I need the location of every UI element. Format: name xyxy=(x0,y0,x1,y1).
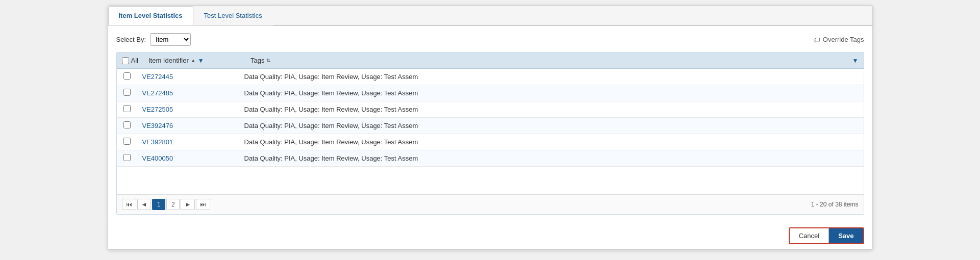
row-checkbox-cell xyxy=(117,150,137,167)
row-checkbox[interactable] xyxy=(123,89,131,96)
items-count: 1 - 20 of 38 items xyxy=(811,201,859,208)
table-row: VE392801 Data Quality: PIA, Usage: Item … xyxy=(117,134,864,150)
table-row: VE400050 Data Quality: PIA, Usage: Item … xyxy=(117,150,864,167)
row-checkbox-cell xyxy=(117,118,137,134)
row-checkbox[interactable] xyxy=(123,121,131,128)
table-row: VE392476 Data Quality: PIA, Usage: Item … xyxy=(117,118,864,134)
select-by-left: Select By: Item Test xyxy=(116,33,191,46)
th-tags-label: Tags xyxy=(250,57,264,64)
tab-item-label: Item Level Statistics xyxy=(119,12,183,19)
row-identifier: VE272505 xyxy=(137,101,239,118)
row-checkbox[interactable] xyxy=(123,154,131,161)
table-header-row: All Item Identifier ▲ ▼ xyxy=(117,53,864,69)
pagination-row: ⏮ ◄ 1 2 ► ⏭ 1 - 20 of 38 items xyxy=(117,194,864,214)
select-by-label: Select By: xyxy=(116,36,146,43)
row-tags: Data Quality: PIA, Usage: Item Review, U… xyxy=(239,150,864,167)
select-by-row: Select By: Item Test 🏷 Override Tags xyxy=(116,33,864,46)
tag-icon: 🏷 xyxy=(813,36,820,44)
row-checkbox-cell xyxy=(117,134,137,150)
row-identifier: VE272445 xyxy=(137,69,239,85)
tags-sort-icon[interactable]: ⇅ xyxy=(266,58,270,63)
th-tags: Tags ⇅ ▼ xyxy=(245,53,864,69)
row-identifier: VE392801 xyxy=(137,134,239,150)
page-2-btn[interactable]: 2 xyxy=(166,199,180,210)
tab-test-level-statistics[interactable]: Test Level Statistics xyxy=(193,6,273,25)
th-item-identifier: Item Identifier ▲ ▼ xyxy=(143,53,245,69)
select-by-dropdown[interactable]: Item Test xyxy=(150,33,191,46)
override-tags-label: Override Tags xyxy=(823,36,864,43)
cancel-button[interactable]: Cancel xyxy=(790,228,829,243)
override-tags-button[interactable]: 🏷 Override Tags xyxy=(813,36,864,44)
table-row: VE272445 Data Quality: PIA, Usage: Item … xyxy=(117,69,864,85)
footer-buttons-wrapper: Cancel Save xyxy=(789,227,864,244)
table-scroll: VE272445 Data Quality: PIA, Usage: Item … xyxy=(117,69,864,194)
content-area: Select By: Item Test 🏷 Override Tags xyxy=(108,26,872,222)
page-prev-btn[interactable]: ◄ xyxy=(137,199,152,210)
row-checkbox[interactable] xyxy=(123,105,131,112)
tags-filter-icon[interactable]: ▼ xyxy=(852,57,859,64)
row-tags: Data Quality: PIA, Usage: Item Review, U… xyxy=(239,118,864,134)
select-all-checkbox[interactable] xyxy=(122,57,129,64)
tab-test-label: Test Level Statistics xyxy=(204,12,262,19)
table-row: VE272485 Data Quality: PIA, Usage: Item … xyxy=(117,85,864,101)
row-checkbox[interactable] xyxy=(123,72,131,80)
tabs-bar: Item Level Statistics Test Level Statist… xyxy=(108,6,872,26)
row-tags: Data Quality: PIA, Usage: Item Review, U… xyxy=(239,85,864,101)
save-button[interactable]: Save xyxy=(829,228,863,243)
page-first-btn[interactable]: ⏮ xyxy=(122,199,136,210)
row-identifier: VE272485 xyxy=(137,85,239,101)
row-checkbox-cell xyxy=(117,69,137,85)
th-identifier-label: Item Identifier xyxy=(148,57,189,64)
row-checkbox-cell xyxy=(117,101,137,118)
row-tags: Data Quality: PIA, Usage: Item Review, U… xyxy=(239,69,864,85)
th-all-label: All xyxy=(131,57,138,64)
items-table-body: VE272445 Data Quality: PIA, Usage: Item … xyxy=(117,69,864,167)
row-identifier: VE392476 xyxy=(137,118,239,134)
row-tags: Data Quality: PIA, Usage: Item Review, U… xyxy=(239,101,864,118)
items-table: All Item Identifier ▲ ▼ xyxy=(117,53,864,69)
modal-container: Item Level Statistics Test Level Statist… xyxy=(108,5,873,250)
page-next-btn[interactable]: ► xyxy=(181,199,195,210)
row-checkbox[interactable] xyxy=(123,138,131,145)
tab-item-level-statistics[interactable]: Item Level Statistics xyxy=(108,6,193,25)
footer-row: Cancel Save xyxy=(108,222,872,249)
page-last-btn[interactable]: ⏭ xyxy=(196,199,210,210)
pagination-controls: ⏮ ◄ 1 2 ► ⏭ xyxy=(122,199,211,210)
identifier-filter-icon[interactable]: ▼ xyxy=(198,57,204,64)
table-wrapper: All Item Identifier ▲ ▼ xyxy=(116,52,864,215)
table-row: VE272505 Data Quality: PIA, Usage: Item … xyxy=(117,101,864,118)
page-1-btn[interactable]: 1 xyxy=(152,199,165,210)
th-select-all: All xyxy=(117,53,143,69)
row-tags: Data Quality: PIA, Usage: Item Review, U… xyxy=(239,134,864,150)
row-identifier: VE400050 xyxy=(137,150,239,167)
identifier-sort-icon[interactable]: ▲ xyxy=(191,58,196,63)
row-checkbox-cell xyxy=(117,85,137,101)
